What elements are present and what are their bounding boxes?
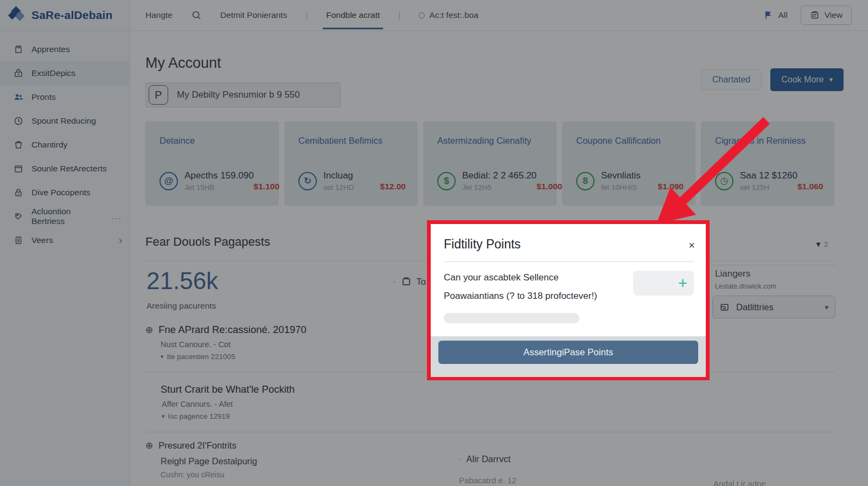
modal-body-line1: Can your ascabtek Sellence [444,271,597,285]
fidtility-points-modal: Fidtility Points × Can your ascabtek Sel… [431,224,706,377]
modal-title: Fidtility Points [444,237,694,252]
asserting-pase-points-button[interactable]: AssertingiPase Points [438,341,698,364]
close-icon[interactable]: × [687,238,696,253]
app-window: SaRe-alDebain Apprentes ExsitDepics Pron… [0,0,868,486]
divider [444,261,694,262]
progress-bar [444,313,579,323]
add-points-control[interactable]: + [633,271,694,296]
modal-body-line2: Poawaiantians (? to 318 profoctever!) [444,289,597,303]
modal-footer: AssertingiPase Points [431,336,706,377]
plus-icon: + [678,276,687,291]
